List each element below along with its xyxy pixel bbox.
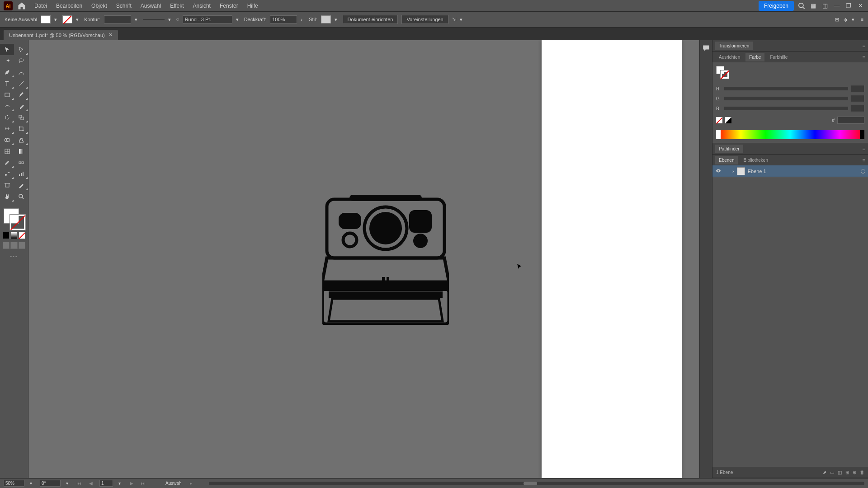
menu-auswahl[interactable]: Auswahl [137,1,165,11]
collect-icon[interactable]: ▭ [830,470,834,475]
toolbar-edit-icon[interactable]: ••• [0,253,28,259]
workspace-icon[interactable]: ◫ [821,2,829,10]
close-button[interactable]: ✕ [856,2,864,10]
menu-objekt[interactable]: Objekt [88,1,111,11]
panel-menu-icon[interactable]: ≡ [863,54,865,60]
fill-swatch[interactable] [41,15,51,23]
color-mode-gradient[interactable] [10,232,17,239]
perspective-tool[interactable] [14,134,28,145]
menu-effekt[interactable]: Effekt [166,1,187,11]
r-slider[interactable] [724,87,848,90]
next-artboard-icon[interactable]: ▶ [128,481,135,486]
magic-wand-tool[interactable] [0,55,14,66]
align-control-icon[interactable]: ⊟ [835,17,839,23]
shape-builder-tool[interactable] [0,134,14,145]
libraries-panel-tab[interactable]: Bibliotheken [740,156,771,164]
fill-dropdown[interactable]: ▾ [54,17,59,23]
opacity-dropdown[interactable]: › [301,17,305,22]
fill-stroke-selector[interactable] [0,206,28,229]
hand-tool[interactable] [0,191,14,202]
layer-expand-icon[interactable]: › [732,169,734,174]
direct-selection-tool[interactable] [14,44,28,55]
free-transform-tool[interactable] [14,123,28,134]
brush-dropdown[interactable]: ▾ [236,17,241,23]
menu-datei[interactable]: Datei [31,1,51,11]
artboard-dropdown[interactable]: ▾ [118,481,123,486]
panel-menu-icon[interactable]: ≡ [863,43,865,48]
blend-tool[interactable] [14,157,28,168]
hex-input[interactable] [837,117,864,124]
new-layer-icon[interactable]: ⊕ [853,470,856,475]
share-button[interactable]: Freigeben [759,1,794,11]
line-tool[interactable] [14,78,28,89]
rectangle-tool[interactable] [0,89,14,100]
vp-dropdown[interactable]: ▾ [168,17,173,23]
brush-name-input[interactable] [183,15,232,23]
artboard-tool[interactable] [0,179,14,191]
selection-tool[interactable] [0,44,14,55]
zoom-input[interactable] [4,480,24,487]
layer-name-label[interactable]: Ebene 1 [748,169,766,174]
isolate-dropdown[interactable]: ▾ [852,17,856,23]
canvas[interactable] [28,40,699,478]
pathfinder-panel-tab[interactable]: Pathfinder [715,145,743,153]
draw-inside-icon[interactable] [19,242,25,249]
panel-menu-icon[interactable]: ≡ [863,146,865,151]
make-clip-icon[interactable]: ◫ [838,470,842,475]
bw-swatch-icon[interactable] [725,117,731,123]
color-guide-panel-tab[interactable]: Farbhilfe [766,53,791,61]
none-swatch-icon[interactable] [716,117,722,123]
b-value-input[interactable] [851,105,864,112]
symbol-sprayer-tool[interactable] [0,168,14,179]
g-value-input[interactable] [851,95,864,102]
color-mode-none[interactable] [19,232,25,239]
scale-tool[interactable] [14,112,28,123]
menu-schrift[interactable]: Schrift [113,1,135,11]
menu-fenster[interactable]: Fenster [216,1,242,11]
pen-tool[interactable] [0,66,14,78]
horizontal-scrollbar[interactable] [209,482,864,485]
artboard-number-input[interactable] [99,480,113,487]
pref-dropdown[interactable]: ▾ [460,17,464,23]
slice-tool[interactable] [14,179,28,191]
rotation-input[interactable] [40,480,61,487]
maximize-button[interactable]: ❐ [844,2,853,10]
menu-overflow-icon[interactable]: ≡ [861,17,863,23]
pref-xtras-icon[interactable]: ⇲ [452,17,456,23]
transform-panel-tab[interactable]: Transformieren [715,42,753,50]
type-tool[interactable]: T [0,78,14,89]
eyedropper-tool[interactable] [0,157,14,168]
color-mode-solid[interactable] [3,232,9,239]
width-tool[interactable] [0,123,14,134]
arrange-icon[interactable]: ▦ [809,2,817,10]
last-artboard-icon[interactable]: ⏭ [140,481,146,486]
lasso-tool[interactable] [14,55,28,66]
opacity-input[interactable] [270,15,297,23]
menu-bearbeiten[interactable]: Bearbeiten [52,1,86,11]
prev-artboard-icon[interactable]: ◀ [88,481,94,486]
new-sublayer-icon[interactable]: ⊞ [845,470,849,475]
rotation-dropdown[interactable]: ▾ [66,481,71,486]
stroke-dropdown[interactable]: ▾ [76,17,80,23]
document-setup-button[interactable]: Dokument einrichten [343,15,398,24]
visibility-icon[interactable] [715,168,722,175]
menu-ansicht[interactable]: Ansicht [189,1,214,11]
stroke-indicator[interactable] [10,215,25,230]
r-value-input[interactable] [851,85,864,92]
layers-panel-tab[interactable]: Ebenen [715,156,738,164]
minimize-button[interactable]: — [833,2,841,10]
panel-menu-icon[interactable]: ≡ [863,157,865,163]
graph-tool[interactable] [14,168,28,179]
layer-row[interactable]: › Ebene 1 [712,165,868,177]
first-artboard-icon[interactable]: ⏮ [76,481,82,486]
document-tab[interactable]: Unbenannt-1.pdf* @ 50 % (RGB/Vorschau) ✕ [4,30,118,40]
style-swatch[interactable] [321,15,331,23]
mesh-tool[interactable] [0,145,14,157]
preferences-button[interactable]: Voreinstellungen [401,15,448,24]
shaper-tool[interactable] [0,100,14,112]
zoom-dropdown[interactable]: ▾ [30,481,34,486]
menu-hilfe[interactable]: Hilfe [244,1,262,11]
color-fill-stroke-picker[interactable] [716,66,730,80]
layer-target-icon[interactable] [861,169,865,174]
gradient-tool[interactable] [14,145,28,157]
